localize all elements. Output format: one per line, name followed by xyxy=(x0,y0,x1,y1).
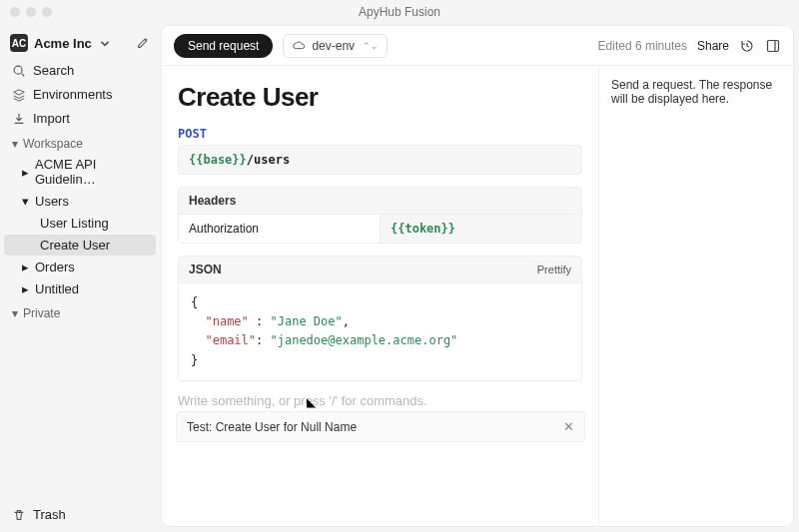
header-key[interactable]: Authorization xyxy=(179,215,380,243)
tree-label: Users xyxy=(35,194,69,209)
titlebar: ApyHub Fusion xyxy=(0,0,799,24)
response-placeholder: Send a request. The response will be dis… xyxy=(611,78,781,106)
tree-label: Orders xyxy=(35,260,75,274)
editor-area[interactable]: Create User POST {{base}}/users Headers … xyxy=(162,66,598,526)
section-label: Private xyxy=(23,306,60,320)
test-label: Test: Create User for Null Name xyxy=(187,420,357,434)
page-title: Create User xyxy=(178,82,582,113)
headers-label: Headers xyxy=(179,188,581,215)
environment-select[interactable]: dev-env ⌃⌄ xyxy=(283,34,388,58)
url-path: /users xyxy=(247,153,290,167)
sidebar-label: Import xyxy=(33,111,70,126)
topbar: Send request dev-env ⌃⌄ Edited 6 minutes… xyxy=(162,26,793,66)
sidebar-trash[interactable]: Trash xyxy=(4,503,156,526)
json-label: JSON xyxy=(189,263,222,276)
section-label: Workspace xyxy=(23,137,83,151)
cloud-icon xyxy=(292,39,306,53)
tree-item-guidelines[interactable]: ▸ ACME API Guidelin… xyxy=(4,154,156,190)
trash-icon xyxy=(12,508,26,522)
sidebar-import[interactable]: Import xyxy=(4,107,156,130)
svg-point-0 xyxy=(14,66,22,74)
window-controls[interactable] xyxy=(10,7,52,17)
editor-placeholder[interactable]: Write something, or press '/' for comman… xyxy=(178,393,582,408)
panel-toggle-icon[interactable] xyxy=(765,38,781,54)
environment-name: dev-env xyxy=(312,39,355,53)
prettify-button[interactable]: Prettify xyxy=(537,264,571,275)
sidebar-label: Environments xyxy=(33,87,112,102)
org-badge: AC xyxy=(10,34,28,52)
org-name: Acme Inc xyxy=(34,36,92,51)
json-panel: JSON Prettify { "name" : "Jane Doe", "em… xyxy=(178,256,582,381)
layers-icon xyxy=(12,88,26,102)
sidebar: AC Acme Inc Search Environments Import ▾… xyxy=(0,24,160,532)
tree-item-orders[interactable]: ▸ Orders xyxy=(4,257,156,277)
edited-label: Edited 6 minutes xyxy=(598,39,687,53)
sidebar-label: Search xyxy=(33,63,74,78)
import-icon xyxy=(12,112,26,126)
chevron-down-icon: ▾ xyxy=(22,194,29,209)
url-input[interactable]: {{base}}/users xyxy=(178,145,582,175)
chevron-right-icon: ▸ xyxy=(22,165,29,180)
url-variable: {{base}} xyxy=(189,153,247,167)
tree-label: User Listing xyxy=(40,216,109,231)
send-request-button[interactable]: Send request xyxy=(174,34,273,58)
chevron-down-icon: ▾ xyxy=(12,306,18,320)
chevron-right-icon: ▸ xyxy=(22,260,29,274)
chevron-right-icon: ▸ xyxy=(22,281,29,296)
tree-item-users[interactable]: ▾ Users xyxy=(4,191,156,212)
headers-panel: Headers Authorization {{token}} xyxy=(178,187,582,244)
share-button[interactable]: Share xyxy=(697,39,729,53)
header-row[interactable]: Authorization {{token}} xyxy=(179,215,581,243)
sidebar-search[interactable]: Search xyxy=(4,59,156,82)
chevron-down-icon: ▾ xyxy=(12,137,18,151)
tree-item-user-listing[interactable]: User Listing xyxy=(4,213,156,234)
org-switcher[interactable]: AC Acme Inc xyxy=(4,30,156,56)
main-panel: Send request dev-env ⌃⌄ Edited 6 minutes… xyxy=(162,26,793,526)
test-chip[interactable]: Test: Create User for Null Name ✕ xyxy=(176,411,585,442)
close-icon[interactable]: ✕ xyxy=(563,419,574,434)
edit-icon[interactable] xyxy=(136,36,150,50)
sidebar-environments[interactable]: Environments xyxy=(4,83,156,106)
header-value[interactable]: {{token}} xyxy=(380,215,581,243)
chevron-updown-icon: ⌃⌄ xyxy=(363,41,379,51)
mouse-cursor-icon: ◣ xyxy=(307,395,316,409)
tree-label: Untitled xyxy=(35,281,79,296)
tree-label: Create User xyxy=(40,238,110,253)
json-body[interactable]: { "name" : "Jane Doe", "email": "janedoe… xyxy=(179,283,581,380)
search-icon xyxy=(12,64,26,78)
chevron-down-icon xyxy=(98,36,112,50)
tree-item-create-user[interactable]: Create User xyxy=(4,235,156,256)
svg-rect-1 xyxy=(768,40,779,51)
http-method[interactable]: POST xyxy=(178,127,582,141)
response-panel: Send a request. The response will be dis… xyxy=(598,66,793,526)
sidebar-section-private[interactable]: ▾ Private xyxy=(4,300,156,322)
tree-label: ACME API Guidelin… xyxy=(35,157,150,187)
history-icon[interactable] xyxy=(739,38,755,54)
sidebar-section-workspace[interactable]: ▾ Workspace xyxy=(4,131,156,153)
tree-item-untitled[interactable]: ▸ Untitled xyxy=(4,278,156,299)
sidebar-label: Trash xyxy=(33,507,66,522)
window-title: ApyHub Fusion xyxy=(359,5,440,19)
